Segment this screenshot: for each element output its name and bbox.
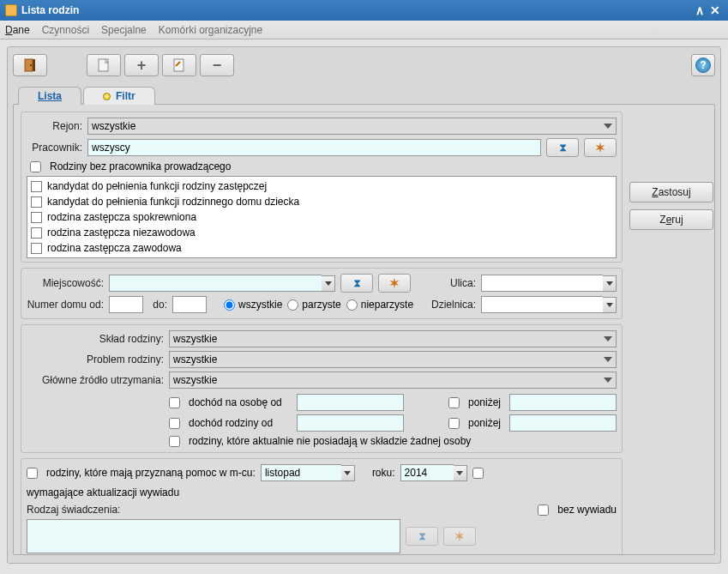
hourglass-icon: ⧗ [353, 276, 361, 290]
bez-wywiadu-label: bez wywiadu [557, 504, 617, 516]
checkbox-icon[interactable] [31, 243, 42, 254]
dochod-rodziny-od-input[interactable] [297, 414, 404, 432]
exit-button[interactable] [13, 54, 47, 76]
help-button[interactable]: ? [691, 54, 715, 76]
pracownik-input[interactable] [87, 139, 541, 156]
document-icon [98, 58, 110, 72]
bez-skladu-checkbox[interactable] [169, 436, 180, 447]
chevron-down-icon[interactable] [322, 275, 335, 292]
list-item[interactable]: kandydat do pełnienia funkcji rodziny za… [31, 178, 612, 194]
ulica-input[interactable] [481, 275, 603, 292]
svg-point-2 [30, 64, 32, 66]
edit-button[interactable] [162, 54, 196, 76]
chevron-down-icon[interactable] [603, 275, 617, 292]
rodzaj-label: Rodzaj świadczenia: [27, 504, 128, 516]
tab-content-filtr: Rejon: wszystkie Pracownik: ⧗ ✶ Rodziny … [13, 104, 715, 555]
parzystosc-wszystkie[interactable]: wszystkie [224, 299, 282, 311]
chevron-down-icon[interactable] [603, 297, 617, 313]
dochod-osoba-ponizej-input[interactable] [509, 394, 617, 411]
sklad-label: Skład rodziny: [27, 333, 164, 345]
clear-icon: ✶ [454, 529, 465, 543]
bez-skladu-label: rodziny, które aktualnie nie posiadają w… [189, 435, 471, 447]
dochod-rodziny-ponizej-checkbox[interactable] [448, 418, 460, 429]
list-item[interactable]: rodzina zastępcza niezawodowa [31, 225, 612, 240]
titlebar: Lista rodzin ∧ ✕ [0, 0, 728, 21]
close-icon[interactable]: ✕ [707, 3, 723, 17]
dochod-osoba-ponizej-checkbox[interactable] [448, 397, 460, 408]
dochod-rodziny-ponizej-input[interactable] [509, 414, 617, 432]
parzystosc-parzyste[interactable]: parzyste [287, 299, 340, 311]
list-item[interactable]: rodzina zastępcza zawodowa [31, 240, 612, 256]
rodzaj-swiadczenia-textarea[interactable] [27, 519, 400, 553]
rodzaj-clear-button: ✶ [443, 527, 476, 546]
menubar: Dane Czynności Specjalne Komórki organiz… [0, 21, 728, 39]
dzielnica-input[interactable] [481, 296, 603, 313]
tab-filtr[interactable]: Filtr [83, 87, 155, 105]
miejscowosc-select-button[interactable]: ⧗ [340, 274, 373, 293]
main-panel: + − ? Lista Filtr Rejon: wszystkie Praco… [7, 46, 721, 564]
numer-do-input[interactable] [172, 296, 207, 313]
miejscowosc-clear-button[interactable]: ✶ [378, 274, 411, 293]
dochod-osoba-checkbox[interactable] [169, 397, 180, 408]
chevron-down-icon[interactable] [454, 465, 467, 481]
dochod-rodziny-ponizej-label: poniżej [468, 417, 504, 429]
checkbox-icon[interactable] [31, 181, 42, 192]
rodziny-bez-pracownika-label: Rodziny bez pracownika prowadzącego [50, 160, 231, 172]
menu-dane[interactable]: Dane [5, 24, 30, 36]
side-buttons: Zastosuj Zeruj [629, 112, 713, 555]
rodziny-bez-pracownika-checkbox[interactable] [30, 161, 41, 172]
problem-select[interactable]: wszystkie [169, 351, 617, 368]
minimize-icon[interactable]: ∧ [692, 3, 707, 17]
zastosuj-button[interactable]: Zastosuj [629, 182, 713, 202]
rok-input[interactable] [400, 464, 454, 481]
zrodlo-select[interactable]: wszystkie [169, 372, 617, 389]
dochod-osoba-ponizej-label: poniżej [468, 396, 504, 408]
tabbar: Lista Filtr [18, 83, 715, 104]
wymagajace-label: wymagające aktualizacji wywiadu [27, 486, 179, 498]
window-title: Lista rodzin [21, 4, 79, 16]
checkbox-icon[interactable] [31, 212, 42, 223]
plus-icon: + [137, 57, 147, 75]
menu-specjalne[interactable]: Specjalne [101, 24, 147, 36]
chevron-down-icon[interactable] [341, 465, 355, 481]
clear-icon: ✶ [595, 141, 605, 154]
svg-rect-1 [33, 59, 35, 71]
dochod-osoba-label: dochód na osobę od [189, 396, 292, 408]
numer-do-label: do: [148, 299, 167, 311]
miesiac-input[interactable] [261, 464, 341, 481]
hourglass-icon: ⧗ [418, 529, 426, 543]
list-item[interactable]: kandydat do pełnienia funkcji rodzinnego… [31, 194, 612, 209]
menu-komorki[interactable]: Komórki organizacyjne [159, 24, 262, 36]
dochod-rodziny-checkbox[interactable] [169, 418, 180, 429]
pracownik-clear-button[interactable]: ✶ [584, 138, 617, 157]
przyznana-checkbox[interactable] [27, 468, 38, 479]
menu-czynnosci[interactable]: Czynności [42, 24, 89, 36]
tab-lista[interactable]: Lista [18, 87, 81, 105]
new-button[interactable] [87, 54, 121, 76]
dochod-rodziny-label: dochód rodziny od [189, 417, 292, 429]
list-item[interactable]: rodzina zastępcza spokrewniona [31, 209, 612, 225]
miejscowosc-input[interactable] [109, 275, 322, 292]
sklad-select[interactable]: wszystkie [169, 330, 617, 347]
parzystosc-nieparzyste[interactable]: nieparzyste [346, 299, 413, 311]
dzielnica-label: Dzielnica: [428, 299, 476, 311]
panel-pomoc: rodziny, które mają przyznaną pomoc w m-… [21, 458, 623, 555]
zeruj-button[interactable]: Zeruj [629, 209, 713, 230]
bez-wywiadu-checkbox[interactable] [538, 505, 549, 516]
rejon-select[interactable]: wszystkie [87, 118, 617, 135]
roku-label: roku: [372, 467, 395, 479]
numer-od-input[interactable] [109, 296, 143, 313]
help-icon: ? [695, 57, 711, 73]
panel-adres: Miejscowość: ⧗ ✶ Ulica: [21, 268, 623, 319]
typ-rodziny-checklist[interactable]: kandydat do pełnienia funkcji rodziny za… [27, 176, 617, 258]
dochod-osoba-od-input[interactable] [297, 394, 404, 411]
ulica-label: Ulica: [433, 277, 476, 289]
rodzaj-select-button: ⧗ [406, 527, 438, 546]
delete-button[interactable]: − [200, 54, 234, 76]
pracownik-select-button[interactable]: ⧗ [546, 138, 579, 157]
add-button[interactable]: + [124, 54, 159, 76]
wymagajace-checkbox[interactable] [472, 468, 484, 479]
pracownik-label: Pracownik: [27, 142, 82, 154]
checkbox-icon[interactable] [31, 227, 42, 239]
checkbox-icon[interactable] [31, 196, 42, 208]
